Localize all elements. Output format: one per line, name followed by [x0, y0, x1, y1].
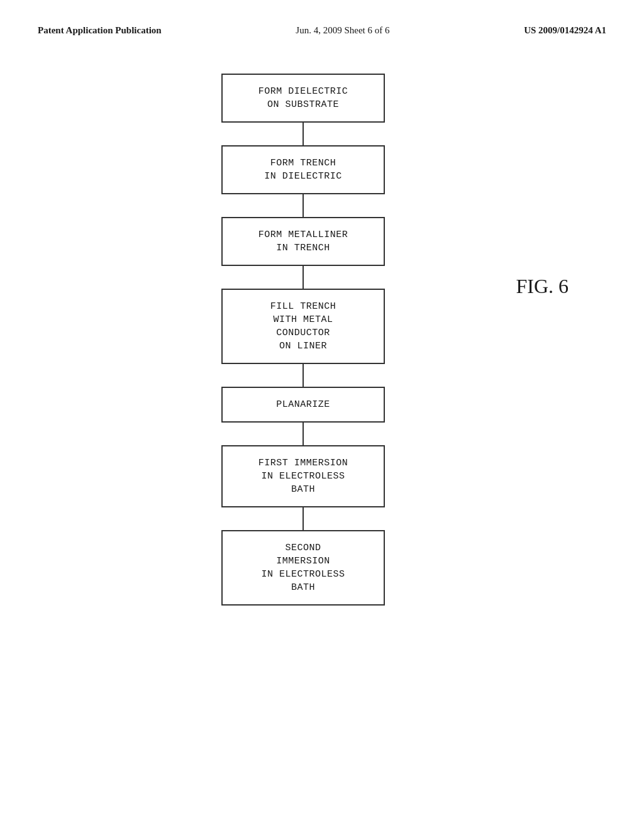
connector-2 — [303, 194, 304, 217]
figure-label: FIG. 6 — [516, 275, 569, 298]
connector-1 — [303, 123, 304, 145]
flowchart-box-7: SECOND IMMERSION IN ELECTROLESS BATH — [221, 530, 385, 606]
connector-3 — [303, 266, 304, 289]
header-patent-number: US 2009/0142924 A1 — [524, 25, 606, 36]
flowchart-box-6: FIRST IMMERSION IN ELECTROLESS BATH — [221, 445, 385, 507]
main-content: FORM DIELECTRIC ON SUBSTRATE FORM TRENCH… — [38, 74, 606, 606]
header: Patent Application Publication Jun. 4, 2… — [38, 25, 606, 36]
page: Patent Application Publication Jun. 4, 2… — [0, 0, 644, 830]
connector-4 — [303, 364, 304, 387]
flowchart-box-4: FILL TRENCH WITH METAL CONDUCTOR ON LINE… — [221, 289, 385, 364]
flowchart-box-2: FORM TRENCH IN DIELECTRIC — [221, 145, 385, 194]
connector-5 — [303, 423, 304, 445]
flowchart-box-3: FORM METALLINER IN TRENCH — [221, 217, 385, 266]
flowchart: FORM DIELECTRIC ON SUBSTRATE FORM TRENCH… — [221, 74, 385, 606]
flowchart-box-5: PLANARIZE — [221, 387, 385, 423]
header-date-sheet: Jun. 4, 2009 Sheet 6 of 6 — [296, 25, 389, 36]
flowchart-box-1: FORM DIELECTRIC ON SUBSTRATE — [221, 74, 385, 123]
header-publication-label: Patent Application Publication — [38, 25, 162, 36]
connector-6 — [303, 507, 304, 530]
